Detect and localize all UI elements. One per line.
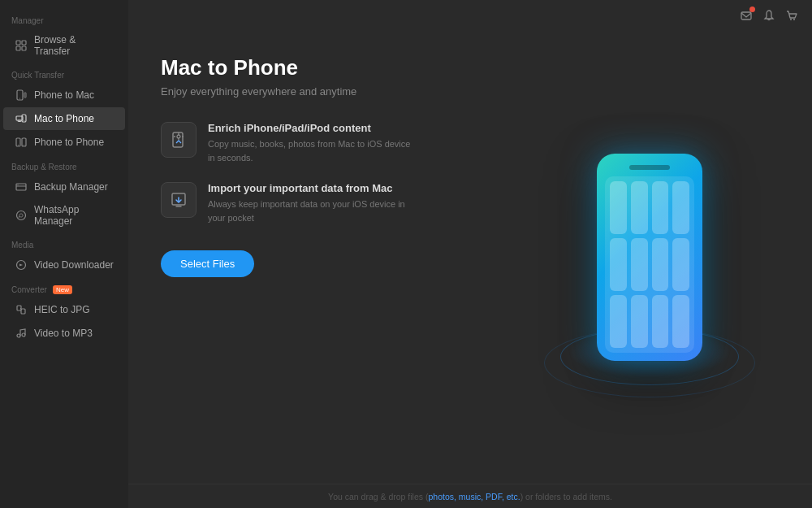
bell-icon-btn[interactable]	[762, 8, 776, 23]
phone-mac-icon	[15, 89, 28, 102]
phone-illustration	[597, 154, 702, 361]
content-area: Mac to Phone Enjoy everything everywhere…	[128, 31, 812, 484]
app-icon-9	[610, 295, 627, 348]
sidebar-item-heic-to-jpg[interactable]: HEIC to JPG	[3, 298, 125, 321]
sidebar-item-label: Phone to Mac	[34, 89, 94, 101]
app-icon-6	[631, 238, 648, 291]
svg-rect-24	[741, 12, 751, 20]
app-icon-11	[652, 295, 669, 348]
top-bar	[128, 0, 812, 31]
sidebar-section-media: Media Video Downloader	[0, 232, 128, 277]
mac-phone-icon	[15, 112, 28, 125]
sidebar-item-phone-to-phone[interactable]: Phone to Phone	[3, 131, 125, 154]
import-icon-box	[161, 182, 197, 218]
phone-screen	[605, 176, 694, 353]
sidebar-item-label: WhatsApp Manager	[34, 204, 114, 227]
grid-icon	[15, 39, 28, 52]
sidebar-item-whatsapp-manager[interactable]: WhatsApp Manager	[3, 199, 125, 232]
select-files-button[interactable]: Select Files	[161, 250, 254, 277]
phone-notch	[629, 165, 670, 170]
sidebar-item-video-to-mp3[interactable]: Video to MP3	[3, 322, 125, 345]
heic-convert-icon	[15, 303, 28, 316]
sidebar-section-backup: Backup & Restore Backup Manager WhatsApp…	[0, 154, 128, 232]
feature-title-import: Import your important data from Mac	[208, 182, 419, 194]
page-title: Mac to Phone	[161, 55, 520, 80]
svg-point-5	[19, 98, 20, 98]
svg-rect-2	[16, 46, 20, 50]
svg-point-13	[18, 145, 19, 145]
section-label-manager: Manager	[0, 8, 128, 28]
app-icon-8	[672, 238, 689, 291]
backup-icon	[15, 180, 28, 193]
phones-icon	[15, 136, 28, 149]
left-panel: Mac to Phone Enjoy everything everywhere…	[161, 55, 520, 459]
video-download-icon	[15, 258, 28, 271]
right-panel	[520, 55, 780, 459]
footer-link[interactable]: photos, music, PDF, etc.	[428, 492, 520, 501]
svg-rect-0	[16, 41, 20, 45]
feature-card-enrich: Enrich iPhone/iPad/iPod content Copy mus…	[161, 122, 520, 164]
page-subtitle: Enjoy everything everywhere and anytime	[161, 85, 520, 98]
sidebar-section-quick-transfer: Quick Transfer Phone to Mac Mac	[0, 63, 128, 154]
sidebar-item-label: HEIC to JPG	[34, 304, 90, 315]
app-icon-5	[610, 238, 627, 291]
svg-rect-6	[24, 93, 26, 98]
svg-point-28	[177, 135, 180, 138]
new-badge: New	[53, 285, 72, 294]
sidebar-section-converter: Converter New HEIC to JPG Video	[0, 277, 128, 345]
notification-icon-btn[interactable]	[739, 8, 754, 23]
phone-body	[597, 154, 702, 361]
svg-point-14	[24, 145, 24, 145]
sidebar-item-backup-manager[interactable]: Backup Manager	[3, 176, 125, 198]
svg-rect-1	[22, 41, 26, 45]
svg-point-22	[17, 334, 20, 337]
music-convert-icon	[15, 327, 28, 340]
sidebar-item-label: Browse & Transfer	[34, 34, 114, 57]
enrich-icon-box	[161, 122, 197, 158]
section-label-media: Media	[0, 232, 128, 253]
section-label-backup: Backup & Restore	[0, 154, 128, 175]
app-icon-12	[672, 295, 689, 348]
sidebar-item-mac-to-phone[interactable]: Mac to Phone	[3, 107, 125, 130]
svg-rect-8	[18, 120, 21, 122]
app-icon-4	[672, 181, 689, 234]
sidebar-item-label: Mac to Phone	[34, 113, 94, 124]
footer-text: You can drag & drop files (photos, music…	[328, 492, 612, 501]
sidebar-item-label: Backup Manager	[34, 181, 108, 193]
app-icon-2	[631, 181, 648, 234]
feature-desc-import: Always keep important data on your iOS d…	[208, 198, 419, 224]
sidebar-item-label: Video to MP3	[34, 328, 93, 339]
svg-point-26	[793, 19, 795, 20]
feature-title-enrich: Enrich iPhone/iPad/iPod content	[208, 122, 419, 134]
sidebar-item-browse-transfer[interactable]: Browse & Transfer	[3, 29, 125, 62]
footer-bar: You can drag & drop files (photos, music…	[128, 484, 812, 508]
feature-text-enrich: Enrich iPhone/iPad/iPod content Copy mus…	[208, 122, 419, 164]
sidebar-item-label: Video Downloader	[34, 259, 114, 271]
svg-point-17	[18, 185, 19, 185]
svg-point-18	[17, 211, 26, 220]
svg-point-10	[24, 120, 24, 121]
sidebar-section-manager: Manager Browse & Transfer	[0, 8, 128, 63]
sidebar: Manager Browse & Transfer Quick Transfer	[0, 0, 128, 508]
svg-rect-3	[22, 46, 26, 50]
app-icon-3	[652, 181, 669, 234]
sidebar-item-label: Phone to Phone	[34, 137, 104, 148]
svg-point-25	[790, 19, 792, 20]
main-content: Mac to Phone Enjoy everything everywhere…	[128, 0, 812, 508]
whatsapp-icon	[15, 209, 28, 222]
app-icon-7	[652, 238, 669, 291]
cart-icon-btn[interactable]	[784, 8, 799, 23]
feature-text-import: Import your important data from Mac Alwa…	[208, 182, 419, 224]
app-icon-1	[610, 181, 627, 234]
sidebar-item-video-downloader[interactable]: Video Downloader	[3, 254, 125, 276]
section-label-converter: Converter New	[0, 277, 128, 297]
sidebar-item-phone-to-mac[interactable]: Phone to Mac	[3, 84, 125, 106]
section-label-quick-transfer: Quick Transfer	[0, 63, 128, 83]
feature-desc-enrich: Copy music, books, photos from Mac to iO…	[208, 137, 419, 164]
app-icon-10	[631, 295, 648, 348]
feature-card-import: Import your important data from Mac Alwa…	[161, 182, 520, 224]
notification-dot	[749, 7, 755, 12]
